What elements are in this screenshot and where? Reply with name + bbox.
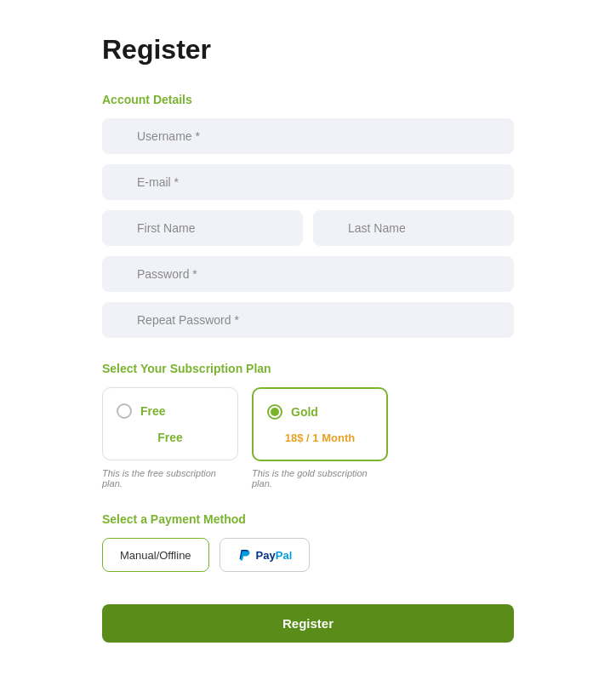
repeat-password-wrapper: ••• (102, 302, 514, 338)
repeat-password-input[interactable] (102, 302, 514, 338)
plan-free-price: Free (117, 431, 224, 444)
plan-gold-header: Gold (267, 404, 373, 420)
paypal-label: PayPal (256, 549, 293, 562)
plan-free-header: Free (117, 403, 224, 419)
manual-payment-label: Manual/Offline (120, 549, 191, 562)
first-name-input[interactable] (102, 210, 303, 246)
password-group: ••• (102, 256, 514, 292)
plan-free-radio[interactable] (117, 403, 132, 419)
plan-free[interactable]: Free Free (102, 387, 238, 460)
plan-gold-name: Gold (291, 405, 318, 419)
first-name-wrapper (102, 210, 303, 246)
page-title: Register (102, 34, 514, 66)
password-wrapper: ••• (102, 256, 514, 292)
username-wrapper (102, 118, 514, 154)
manual-payment-button[interactable]: Manual/Offline (102, 538, 209, 572)
email-input[interactable] (102, 164, 514, 200)
username-group (102, 118, 514, 154)
account-section: Account Details (102, 93, 514, 338)
subscription-section-label: Select Your Subscription Plan (102, 362, 514, 375)
plan-free-description: This is the free subscription plan. (102, 468, 238, 489)
last-name-wrapper (313, 210, 514, 246)
name-row (102, 210, 514, 246)
email-group (102, 164, 514, 200)
plan-descriptions: This is the free subscription plan. This… (102, 468, 514, 489)
register-button[interactable]: Register (102, 604, 514, 643)
paypal-icon (237, 547, 251, 563)
payment-methods: Manual/Offline PayPal (102, 538, 514, 572)
plan-gold-radio[interactable] (267, 404, 282, 420)
plan-gold-description: This is the gold subscription plan. (252, 468, 388, 489)
plan-gold[interactable]: Gold 18$ / 1 Month (252, 387, 388, 461)
subscription-plans: Free Free Gold 18$ / 1 Month (102, 387, 514, 461)
paypal-payment-button[interactable]: PayPal (220, 538, 311, 572)
last-name-input[interactable] (313, 210, 514, 246)
plan-free-name: Free (140, 404, 166, 418)
page-wrapper: Register Account Details (0, 0, 616, 680)
account-section-label: Account Details (102, 93, 514, 106)
payment-section-label: Select a Payment Method (102, 512, 514, 526)
plan-gold-price: 18$ / 1 Month (267, 431, 373, 444)
payment-section: Select a Payment Method Manual/Offline P… (102, 512, 514, 572)
subscription-section: Select Your Subscription Plan Free Free … (102, 362, 514, 489)
username-input[interactable] (102, 118, 514, 154)
email-wrapper (102, 164, 514, 200)
repeat-password-group: ••• (102, 302, 514, 338)
password-input[interactable] (102, 256, 514, 292)
